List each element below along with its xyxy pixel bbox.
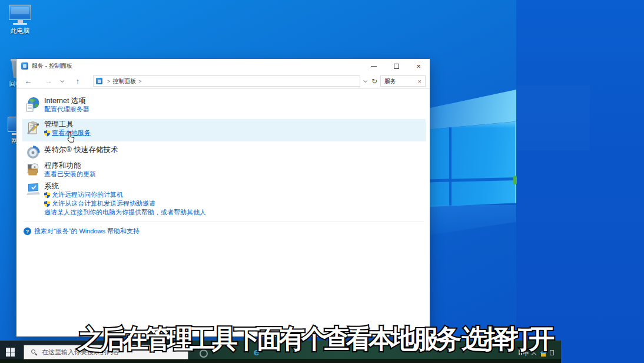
result-title[interactable]: 管理工具 xyxy=(44,120,397,128)
close-button[interactable]: × xyxy=(407,59,430,73)
view-local-services-link[interactable]: 查看本地服务 xyxy=(44,128,397,137)
address-dropdown[interactable] xyxy=(362,73,369,89)
window-title: 服务 - 控制面板 xyxy=(32,59,72,73)
address-bar[interactable]: > 控制面板 > xyxy=(93,75,360,87)
chevron-down-icon xyxy=(363,78,367,82)
control-panel-icon xyxy=(21,62,28,70)
up-button[interactable]: ↑ xyxy=(71,73,85,89)
result-title[interactable]: Internet 选项 xyxy=(44,97,397,105)
wallpaper-block xyxy=(516,85,590,150)
desktop-icon-this-pc[interactable]: 此电脑 xyxy=(2,5,38,35)
minimize-button[interactable] xyxy=(363,59,385,73)
this-pc-icon xyxy=(2,5,38,25)
taskbar-bottom-strip xyxy=(0,359,561,363)
mouse-cursor xyxy=(65,131,77,144)
breadcrumb-control-panel[interactable]: 控制面板 xyxy=(112,77,136,85)
forward-button[interactable]: → xyxy=(41,73,55,89)
this-pc-label: 此电脑 xyxy=(2,27,38,35)
programs-features-icon xyxy=(26,161,40,177)
help-search-link[interactable]: ? 搜索对“服务”的 Windows 帮助和支持 xyxy=(24,227,140,236)
allow-remote-assistance-link[interactable]: 允许从这台计算机发送远程协助邀请 xyxy=(44,199,397,208)
result-title[interactable]: 程序和功能 xyxy=(44,161,397,170)
desktop: 此电脑 回收站 网络 服务 - 控制面板 × ← → ↑ xyxy=(0,0,644,363)
recent-dropdown[interactable] xyxy=(58,73,67,89)
video-subtitle: 之后在管理工具下面有个查看本地服务 选择打开 之后在管理工具下面有个查看本地服务… xyxy=(0,324,636,354)
help-icon: ? xyxy=(24,227,31,235)
internet-options-icon xyxy=(26,97,40,112)
back-button[interactable]: ← xyxy=(21,73,35,89)
result-link[interactable]: 配置代理服务器 xyxy=(44,105,397,114)
titlebar[interactable]: 服务 - 控制面板 × xyxy=(16,59,430,73)
allow-remote-access-link[interactable]: 允许远程访问你的计算机 xyxy=(44,190,397,199)
admin-tools-icon xyxy=(26,120,40,136)
view-installed-updates-link[interactable]: 查看已安装的更新 xyxy=(44,170,397,179)
results-divider xyxy=(24,222,424,222)
system-icon xyxy=(26,182,40,197)
result-title[interactable]: 系统 xyxy=(44,182,397,190)
wallpaper-green-dot xyxy=(513,176,517,184)
result-title[interactable]: 英特尔® 快速存储技术 xyxy=(44,146,397,154)
clear-search-icon[interactable]: × xyxy=(418,78,425,85)
intel-rst-icon xyxy=(26,146,40,161)
navigation-bar: ← → ↑ > 控制面板 > ↻ 服务 × xyxy=(16,73,430,89)
invite-someone-link[interactable]: 邀请某人连接到你的电脑为你提供帮助，或者帮助其他人 xyxy=(44,208,397,217)
control-panel-window: 服务 - 控制面板 × ← → ↑ > 控制面板 > ↻ 服务 × xyxy=(16,59,430,336)
wallpaper-right xyxy=(516,0,644,363)
search-value: 服务 xyxy=(381,77,418,85)
maximize-button[interactable] xyxy=(385,59,407,73)
control-panel-mini-icon xyxy=(96,78,102,84)
refresh-button[interactable]: ↻ xyxy=(369,73,380,89)
explorer-search-box[interactable]: 服务 × xyxy=(380,75,426,87)
chevron-down-icon xyxy=(60,78,64,82)
